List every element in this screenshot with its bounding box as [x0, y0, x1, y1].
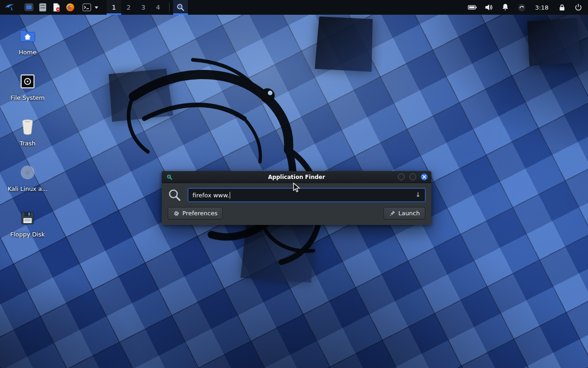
bell-icon: [501, 3, 510, 12]
taskbar-appfinder-button[interactable]: [173, 0, 188, 15]
window-launcher-button[interactable]: [22, 0, 36, 15]
firefox-launcher-button[interactable]: [63, 0, 77, 15]
logout-button[interactable]: [571, 0, 585, 15]
circle-arrow-icon: [517, 3, 526, 12]
titlebar[interactable]: Application Finder: [162, 171, 431, 183]
file-manager-launcher-button[interactable]: [36, 0, 50, 15]
history-dropdown-icon[interactable]: ↓: [415, 191, 421, 198]
launch-button[interactable]: Launch: [384, 207, 425, 219]
search-input[interactable]: firefox www. ↓: [188, 188, 425, 202]
desktop-screen: 1 2 3 4: [0, 0, 588, 368]
desktop-icon-list: Home File System Trash: [6, 24, 50, 252]
kali-dragon-art: [106, 41, 455, 281]
volume-indicator[interactable]: [482, 0, 496, 15]
workspace-switcher: 1 2 3 4: [107, 0, 165, 15]
file-cabinet-icon: [38, 2, 48, 12]
volume-icon: [484, 2, 494, 12]
window-body: firefox www. ↓ Preferences: [162, 183, 431, 225]
text-editor-launcher-button[interactable]: [50, 0, 63, 15]
desktop-icon-home[interactable]: Home: [6, 24, 50, 69]
lock-icon: [558, 3, 566, 12]
preferences-button[interactable]: Preferences: [168, 207, 223, 219]
gear-icon: [173, 210, 180, 217]
workspace-3[interactable]: 3: [136, 0, 151, 15]
window-title: Application Finder: [162, 174, 431, 180]
maximize-button[interactable]: [409, 173, 416, 180]
battery-indicator[interactable]: [465, 0, 479, 15]
file-system-icon: [20, 74, 35, 89]
search-window-icon: [176, 3, 185, 12]
desktop-icon-filesystem[interactable]: File System: [6, 69, 50, 115]
document-icon: [51, 2, 62, 12]
wallpaper-dark-cube: [527, 18, 581, 66]
notifications-indicator[interactable]: [498, 0, 512, 15]
application-finder-window: Application Finder firefox www.: [162, 171, 431, 225]
power-icon: [574, 3, 583, 12]
panel-status-area: 3:18: [465, 0, 585, 15]
window-search-icon: [165, 174, 174, 180]
kali-disc-icon: [20, 165, 35, 180]
search-icon: [168, 188, 181, 202]
terminal-icon: [82, 2, 92, 12]
text-caret: [230, 192, 230, 199]
minimize-button[interactable]: [398, 173, 405, 180]
terminal-dropdown-arrow[interactable]: [94, 0, 99, 15]
panel-separator: [169, 3, 170, 12]
desktop-icon-floppy[interactable]: Floppy Disk: [6, 206, 50, 252]
close-button[interactable]: [421, 173, 428, 180]
dragon-head: [260, 88, 275, 103]
firefox-icon: [65, 2, 75, 12]
top-panel: 1 2 3 4: [0, 0, 588, 15]
kali-menu-button[interactable]: [3, 0, 17, 15]
desktop-icon-kali-docs[interactable]: Kali Linux a...: [6, 161, 50, 206]
close-icon: [422, 175, 426, 179]
window-icon: [24, 2, 34, 12]
panel-clock[interactable]: 3:18: [531, 4, 552, 11]
trash-icon: [20, 119, 35, 135]
home-folder-icon: [19, 28, 36, 44]
workspace-2[interactable]: 2: [121, 0, 136, 15]
rocket-icon: [389, 210, 396, 217]
search-input-value: firefox www.: [192, 192, 229, 199]
screen-lock-indicator[interactable]: [555, 0, 569, 15]
terminal-launcher-button[interactable]: [80, 0, 94, 15]
status-circle-indicator[interactable]: [515, 0, 529, 15]
kali-logo-icon: [4, 2, 15, 13]
battery-icon: [467, 2, 477, 12]
workspace-4[interactable]: 4: [151, 0, 165, 15]
desktop-icon-trash[interactable]: Trash: [6, 115, 50, 161]
floppy-disk-icon: [20, 210, 35, 226]
workspace-1[interactable]: 1: [107, 0, 121, 15]
